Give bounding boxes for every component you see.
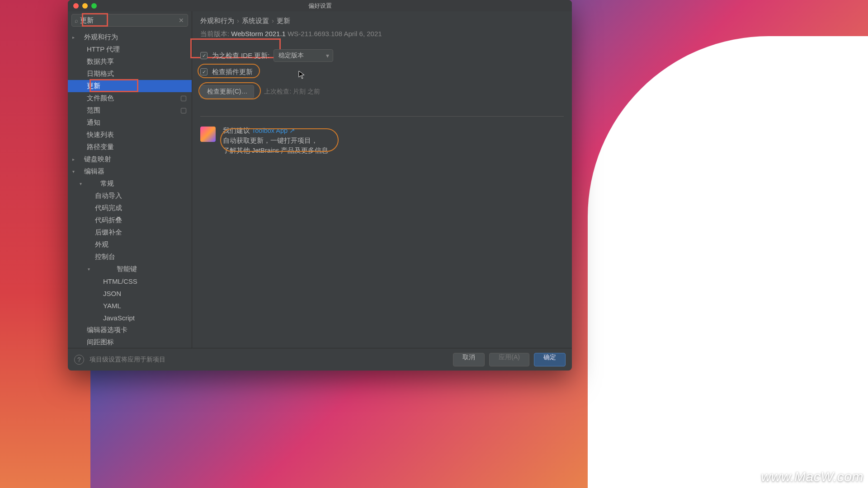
check-plugins-label: 检查插件更新 bbox=[212, 68, 253, 76]
sidebar-item-label: 快速列表 bbox=[87, 131, 114, 139]
chevron-right-icon: ▸ bbox=[72, 157, 79, 162]
sidebar-item[interactable]: ▾编辑器 bbox=[68, 165, 192, 178]
sidebar-item-label: 自动导入 bbox=[95, 192, 122, 200]
sidebar-item-label: 智能键 bbox=[117, 265, 137, 273]
sidebar-item[interactable]: 代码完成 bbox=[68, 202, 192, 214]
preferences-window: 偏好设置 ⌕ ✕ ▸外观和行为HTTP 代理数据共享日期格式更新文件颜色范围通知… bbox=[68, 0, 572, 371]
search-box[interactable]: ⌕ ✕ bbox=[71, 14, 188, 27]
zoom-icon[interactable] bbox=[91, 3, 97, 9]
sidebar-item-label: 范围 bbox=[87, 106, 100, 115]
sidebar-item[interactable]: HTML/CSS bbox=[68, 275, 192, 287]
cancel-button[interactable]: 取消 bbox=[453, 353, 485, 366]
sidebar-item[interactable]: ▸键盘映射 bbox=[68, 153, 192, 165]
sidebar-item-label: 编辑器 bbox=[84, 167, 104, 176]
toolbox-link[interactable]: Toolbox App ↗ bbox=[252, 127, 295, 134]
sidebar-item-label: 更新 bbox=[87, 82, 100, 90]
sidebar-item[interactable]: HTTP 代理 bbox=[68, 43, 192, 56]
sidebar-item[interactable]: 数据共享 bbox=[68, 56, 192, 68]
update-channel-select[interactable]: 稳定版本 bbox=[274, 49, 333, 62]
close-icon[interactable] bbox=[73, 3, 79, 9]
ok-button[interactable]: 确定 bbox=[534, 353, 566, 366]
sidebar-item[interactable]: 通知 bbox=[68, 117, 192, 129]
clear-search-icon[interactable]: ✕ bbox=[179, 17, 184, 24]
main-panel: 外观和行为›系统设置›更新 当前版本: WebStorm 2021.1 WS-2… bbox=[192, 11, 572, 348]
sidebar-item-label: YAML bbox=[103, 302, 121, 310]
sidebar-item-label: 通知 bbox=[87, 118, 100, 127]
sidebar-item[interactable]: 控制台 bbox=[68, 251, 192, 263]
help-icon[interactable]: ? bbox=[74, 355, 84, 365]
settings-tree[interactable]: ▸外观和行为HTTP 代理数据共享日期格式更新文件颜色范围通知快速列表路径变量▸… bbox=[68, 29, 192, 348]
sidebar-item[interactable]: JavaScript bbox=[68, 312, 192, 324]
sidebar-item[interactable]: JSON bbox=[68, 287, 192, 300]
version-label: 当前版本: WebStorm 2021.1 WS-211.6693.108 Ap… bbox=[192, 28, 572, 45]
sidebar-item[interactable]: ▸外观和行为 bbox=[68, 31, 192, 43]
sidebar-item-label: 键盘映射 bbox=[84, 155, 111, 164]
watermark: www.MacW.com bbox=[761, 469, 863, 484]
sidebar-item[interactable]: 更新 bbox=[68, 80, 192, 92]
sidebar-item-label: 编辑器选项卡 bbox=[87, 326, 127, 334]
sidebar-item-label: 间距图标 bbox=[87, 338, 114, 347]
sidebar-item-label: HTML/CSS bbox=[103, 277, 137, 285]
sidebar-item-label: 路径变量 bbox=[87, 143, 114, 151]
sidebar-item[interactable]: 范围 bbox=[68, 104, 192, 117]
check-ide-label: 为之检查 IDE 更新: bbox=[212, 52, 270, 60]
sidebar-item-label: 代码完成 bbox=[95, 204, 122, 212]
window-title: 偏好设置 bbox=[308, 2, 332, 10]
check-ide-row: 为之检查 IDE 更新: 稳定版本 bbox=[200, 47, 564, 64]
sidebar-item-label: 文件颜色 bbox=[87, 94, 114, 103]
footer-note: 项目级设置将应用于新项目 bbox=[90, 356, 165, 364]
toolbox-promo: 我们建议 Toolbox App ↗ 自动获取更新，一键打开项目， 了解其他 J… bbox=[200, 126, 564, 155]
chevron-down-icon: ▾ bbox=[88, 267, 94, 272]
chevron-right-icon: ▸ bbox=[72, 35, 79, 40]
sidebar-item-label: 后缀补全 bbox=[95, 228, 122, 237]
sidebar-item[interactable]: 路径变量 bbox=[68, 141, 192, 153]
titlebar: 偏好设置 bbox=[68, 0, 572, 11]
chevron-down-icon: ▾ bbox=[80, 181, 86, 186]
sidebar-item[interactable]: 快速列表 bbox=[68, 129, 192, 141]
sidebar-item[interactable]: ▾常规 bbox=[68, 178, 192, 190]
check-plugins-checkbox[interactable] bbox=[200, 68, 208, 75]
sidebar-item-label: JSON bbox=[103, 290, 121, 297]
sidebar-item-label: 控制台 bbox=[95, 253, 115, 261]
sidebar: ⌕ ✕ ▸外观和行为HTTP 代理数据共享日期格式更新文件颜色范围通知快速列表路… bbox=[68, 11, 192, 348]
sidebar-item[interactable]: 日期格式 bbox=[68, 68, 192, 80]
sidebar-item[interactable]: 后缀补全 bbox=[68, 226, 192, 239]
sidebar-item-label: 日期格式 bbox=[87, 70, 114, 78]
sidebar-item-label: 外观 bbox=[95, 240, 108, 249]
sidebar-item[interactable]: 自动导入 bbox=[68, 190, 192, 202]
check-plugins-row: 检查插件更新 bbox=[200, 64, 564, 80]
sidebar-item[interactable]: 编辑器选项卡 bbox=[68, 324, 192, 336]
sidebar-item-label: JavaScript bbox=[103, 314, 135, 322]
project-badge-icon bbox=[181, 108, 186, 113]
minimize-icon[interactable] bbox=[82, 3, 88, 9]
sidebar-item-label: 代码折叠 bbox=[95, 216, 122, 225]
sidebar-item[interactable]: 外观 bbox=[68, 239, 192, 251]
last-check-label: 上次检查: 片刻 之前 bbox=[264, 88, 320, 96]
search-input[interactable] bbox=[80, 17, 175, 24]
sidebar-item-label: 外观和行为 bbox=[84, 33, 118, 42]
divider bbox=[200, 116, 564, 117]
dialog-footer: ? 项目级设置将应用于新项目 取消 应用(A) 确定 bbox=[68, 348, 572, 371]
toolbox-icon bbox=[200, 127, 216, 142]
sidebar-item-label: 数据共享 bbox=[87, 57, 114, 66]
check-now-button[interactable]: 检查更新(C)… bbox=[200, 85, 254, 99]
chevron-down-icon: ▾ bbox=[72, 169, 79, 174]
breadcrumb: 外观和行为›系统设置›更新 bbox=[192, 11, 572, 28]
sidebar-item[interactable]: 代码折叠 bbox=[68, 214, 192, 226]
apply-button[interactable]: 应用(A) bbox=[489, 353, 529, 366]
sidebar-item-label: 常规 bbox=[100, 179, 114, 188]
sidebar-item[interactable]: ▾智能键 bbox=[68, 263, 192, 275]
check-ide-checkbox[interactable] bbox=[200, 52, 208, 59]
search-icon: ⌕ bbox=[75, 17, 78, 24]
sidebar-item-label: HTTP 代理 bbox=[87, 45, 120, 54]
project-badge-icon bbox=[181, 96, 186, 101]
sidebar-item[interactable]: 文件颜色 bbox=[68, 92, 192, 104]
sidebar-item[interactable]: YAML bbox=[68, 300, 192, 312]
sidebar-item[interactable]: 间距图标 bbox=[68, 336, 192, 348]
